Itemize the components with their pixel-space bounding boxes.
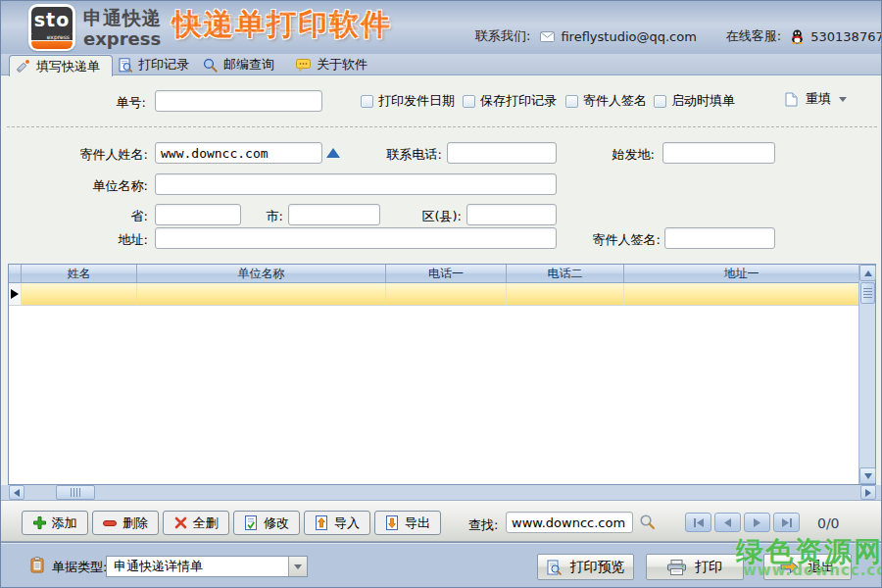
horizontal-scrollbar[interactable] (1, 485, 882, 501)
sto-logo: sto express (28, 4, 75, 51)
import-icon (315, 515, 328, 530)
cell-phone2 (507, 283, 624, 306)
row-selector-cell (9, 283, 22, 306)
waybill-form: 单号: 打印发件日期 保存打印记录 寄件人签名 启动时填单 重填 (1, 75, 882, 264)
contact-phone-label: 联系电话: (375, 146, 442, 164)
sender-name-label: 寄件人姓名: (55, 146, 148, 164)
delete-label: 删除 (122, 514, 148, 532)
sender-name-input[interactable] (155, 142, 322, 164)
option-save-print-record[interactable]: 保存打印记录 (463, 92, 557, 110)
nav-first-button[interactable] (685, 513, 711, 532)
scroll-down-button[interactable] (859, 467, 876, 484)
row-pointer-icon (11, 289, 19, 299)
export-icon (385, 515, 399, 530)
scroll-right-button[interactable] (860, 485, 876, 500)
section-divider (7, 126, 877, 127)
order-no-label: 单号: (60, 94, 146, 112)
tab-label: 填写快递单 (36, 58, 100, 75)
company-label: 单位名称: (82, 177, 148, 195)
exit-button[interactable]: 退出 (763, 554, 852, 580)
checkbox-icon[interactable] (565, 95, 578, 108)
sto-logo-swoosh (31, 41, 73, 49)
export-label: 导出 (405, 514, 430, 532)
chevron-down-icon[interactable] (839, 97, 847, 102)
add-button[interactable]: 添加 (22, 511, 88, 535)
scroll-up-button[interactable] (859, 265, 876, 281)
vertical-scrollbar[interactable] (858, 265, 875, 484)
tab-print-records[interactable]: 打印记录 (113, 54, 199, 75)
option-label: 寄件人签名 (583, 92, 647, 110)
cell-name (22, 283, 137, 306)
nav-prev-icon (723, 518, 732, 527)
option-print-ship-date[interactable]: 打印发件日期 (361, 92, 455, 110)
column-header-company: 单位名称 (137, 265, 386, 283)
tab-zipcode-search[interactable]: 邮编查询 (197, 54, 283, 75)
search-icon[interactable] (639, 514, 656, 530)
tab-label: 邮编查询 (223, 56, 274, 74)
import-button[interactable]: 导入 (304, 511, 370, 535)
app-title-wrap: 快递单打印软件 快递单打印软件 (172, 5, 427, 54)
province-input[interactable] (155, 204, 241, 225)
record-toolbar: 添加 删除 全删 修改 (1, 501, 882, 542)
export-button[interactable]: 导出 (374, 511, 441, 535)
nav-next-icon (753, 518, 761, 527)
doc-type-icon (30, 557, 44, 573)
checkbox-icon[interactable] (654, 95, 666, 108)
collapse-arrow-icon[interactable] (326, 148, 340, 158)
address-input[interactable] (155, 227, 557, 249)
title-banner: sto express 申通快递 express 快递单打印软件 快递单打印软件… (1, 1, 882, 54)
delete-button[interactable]: 删除 (92, 511, 159, 535)
checkbox-icon[interactable] (463, 95, 475, 108)
address-book-grid: 姓名 单位名称 电话一 电话二 地址一 (8, 264, 876, 485)
modify-icon (244, 515, 258, 530)
print-preview-icon (547, 560, 562, 575)
tab-fill-waybill[interactable]: 填写快递单 (9, 55, 113, 76)
refill-button[interactable]: 重填 (785, 86, 859, 112)
search-label: 查找: (468, 516, 498, 534)
refill-icon (785, 92, 798, 107)
doc-type-select[interactable]: 申通快递详情单 (106, 556, 308, 577)
brand-name-en: express (83, 29, 162, 50)
chevron-down-icon (294, 564, 302, 569)
remove-icon (103, 520, 117, 526)
column-header-phone1: 电话一 (386, 265, 507, 283)
nav-prev-button[interactable] (714, 513, 741, 532)
print-button[interactable]: 打印 (646, 554, 744, 580)
exit-icon (780, 560, 799, 574)
table-row[interactable] (9, 283, 858, 306)
option-sender-signature[interactable]: 寄件人签名 (565, 92, 647, 110)
scroll-left-button[interactable] (9, 485, 24, 500)
tab-label: 关于软件 (317, 56, 368, 74)
horizontal-scroll-thumb[interactable] (56, 485, 95, 500)
print-preview-label: 打印预览 (570, 559, 625, 576)
search-input[interactable] (506, 512, 633, 533)
origin-input[interactable] (662, 142, 775, 164)
checkbox-icon[interactable] (361, 95, 373, 108)
vertical-scroll-thumb[interactable] (860, 282, 875, 304)
district-input[interactable] (466, 204, 557, 225)
delete-all-button[interactable]: 全删 (163, 511, 229, 535)
import-label: 导入 (334, 514, 360, 532)
signature-input[interactable] (664, 227, 775, 249)
order-no-input[interactable] (155, 90, 322, 112)
service-qq-number[interactable]: 530138767 (810, 29, 882, 44)
modify-button[interactable]: 修改 (233, 511, 300, 535)
contact-email[interactable]: fireflystudio@qq.com (561, 29, 696, 44)
select-arrow-button[interactable] (288, 557, 307, 576)
doc-type-label: 单据类型: (52, 559, 107, 576)
scroll-right-icon (865, 489, 871, 497)
nav-next-button[interactable] (744, 513, 770, 532)
contact-phone-input[interactable] (447, 142, 557, 164)
about-icon (296, 59, 311, 72)
scroll-up-icon (864, 270, 872, 276)
option-fill-on-startup[interactable]: 启动时填单 (654, 92, 735, 110)
sto-logo-text: sto (31, 7, 73, 34)
app-title-reflection: 快递单打印软件 (172, 9, 392, 37)
grid-header-row: 姓名 单位名称 电话一 电话二 地址一 (9, 265, 858, 283)
company-input[interactable] (155, 173, 557, 195)
city-input[interactable] (288, 204, 380, 225)
print-preview-button[interactable]: 打印预览 (537, 554, 634, 580)
cell-address1 (624, 283, 858, 306)
nav-last-button[interactable] (773, 513, 800, 532)
tab-about-software[interactable]: 关于软件 (290, 54, 376, 75)
